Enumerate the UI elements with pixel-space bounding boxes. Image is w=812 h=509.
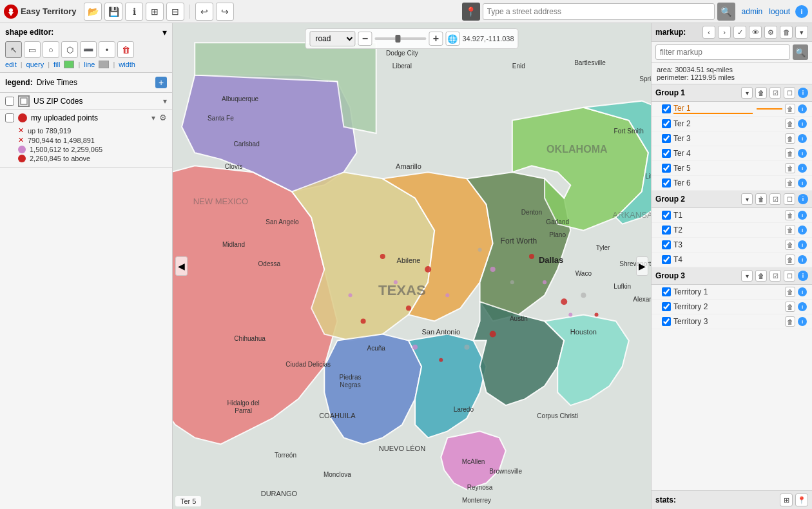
toggle-layer-button[interactable]: ⊟ [166, 3, 184, 21]
ter2-info[interactable]: i [798, 119, 807, 128]
group-2-view[interactable]: ☐ [784, 193, 795, 205]
admin-link[interactable]: admin [742, 7, 763, 16]
markup-view-button[interactable]: 👁 [749, 26, 762, 39]
t3-checkbox[interactable] [662, 240, 671, 249]
markup-prev-button[interactable]: ‹ [702, 26, 715, 39]
group-2-header[interactable]: Group 2 ▾ 🗑 ☑ ☐ i [652, 191, 812, 208]
territory3-info[interactable]: i [798, 317, 807, 326]
group-1-delete[interactable]: 🗑 [755, 87, 767, 99]
delete-tool[interactable]: 🗑 [117, 41, 134, 58]
stats-table-button[interactable]: ⊞ [780, 494, 793, 506]
query-link[interactable]: query [26, 61, 44, 68]
points-gear-icon[interactable]: ⚙ [159, 113, 167, 122]
t4-delete[interactable]: 🗑 [785, 254, 795, 265]
territory1-delete[interactable]: 🗑 [785, 287, 795, 297]
group-3-view[interactable]: ☐ [784, 270, 795, 282]
group-1-info[interactable]: i [798, 88, 808, 98]
group-2-delete[interactable]: 🗑 [755, 193, 767, 205]
poly-tool[interactable]: ⬡ [61, 41, 78, 58]
ter5-info[interactable]: i [798, 164, 807, 173]
markup-delete-button[interactable]: 🗑 [780, 26, 793, 39]
territory3-checkbox[interactable] [662, 317, 671, 326]
map-svg[interactable]: TEXAS OKLAHOMA ARKANSAS LOUIS... NEW MEX… [173, 23, 651, 509]
territory3-delete[interactable]: 🗑 [785, 316, 795, 327]
t4-checkbox[interactable] [662, 255, 671, 264]
line-color-swatch[interactable] [99, 61, 109, 68]
width-link[interactable]: width [119, 61, 135, 68]
map-type-select[interactable]: road satellite hybrid terrain [309, 31, 355, 46]
zoom-out-button[interactable]: − [358, 32, 372, 46]
globe-button[interactable]: 🌐 [445, 32, 459, 46]
group-2-info[interactable]: i [798, 194, 808, 204]
group-3-info[interactable]: i [798, 271, 808, 281]
zip-layer-checkbox[interactable] [5, 97, 14, 106]
group-1-check[interactable]: ☑ [769, 87, 781, 99]
ter6-info[interactable]: i [798, 178, 807, 187]
zip-layer-expand[interactable]: ▾ [163, 97, 167, 106]
t4-info[interactable]: i [798, 255, 807, 264]
shape-editor-collapse[interactable]: ▾ [162, 27, 167, 37]
ter1-delete[interactable]: 🗑 [785, 104, 795, 114]
rect-tool[interactable]: ▭ [24, 41, 41, 58]
group-3-header[interactable]: Group 3 ▾ 🗑 ☑ ☐ i [652, 267, 812, 285]
ter2-checkbox[interactable] [662, 119, 671, 128]
t1-delete[interactable]: 🗑 [785, 210, 795, 220]
zoom-in-button[interactable]: + [429, 32, 443, 46]
ter6-checkbox[interactable] [662, 178, 671, 187]
ter3-checkbox[interactable] [662, 134, 671, 143]
markup-settings-button[interactable]: ⚙ [764, 26, 777, 39]
edit-link[interactable]: edit [5, 61, 17, 68]
map-area[interactable]: road satellite hybrid terrain − + 🌐 34.9… [173, 23, 651, 509]
group-3-check[interactable]: ☑ [769, 270, 781, 282]
ter5-delete[interactable]: 🗑 [785, 163, 795, 173]
t1-checkbox[interactable] [662, 211, 671, 220]
territory1-checkbox[interactable] [662, 287, 671, 296]
t3-info[interactable]: i [798, 240, 807, 249]
group-2-check[interactable]: ☑ [769, 193, 781, 205]
markup-collapse-button[interactable]: ▾ [795, 26, 808, 39]
open-button[interactable]: 📂 [84, 3, 102, 21]
save-button[interactable]: 💾 [104, 3, 122, 21]
redo-button[interactable]: ↪ [216, 3, 234, 21]
t3-delete[interactable]: 🗑 [785, 240, 795, 250]
ter1-info[interactable]: i [798, 104, 807, 113]
address-search-button[interactable]: 🔍 [717, 3, 735, 21]
stats-pin-button[interactable]: 📍 [795, 494, 808, 506]
fill-link[interactable]: fill [53, 61, 60, 68]
circle-tool[interactable]: ○ [43, 41, 59, 58]
group-1-header[interactable]: Group 1 ▾ 🗑 ☑ ☐ i [652, 84, 812, 102]
legend-add-button[interactable]: + [155, 77, 167, 88]
fill-color-swatch[interactable] [64, 61, 74, 68]
t2-delete[interactable]: 🗑 [785, 225, 795, 235]
ter4-info[interactable]: i [798, 149, 807, 158]
select-tool[interactable]: ↖ [5, 41, 22, 58]
points-layer-checkbox[interactable] [5, 113, 14, 122]
ter5-checkbox[interactable] [662, 164, 671, 173]
territory2-info[interactable]: i [798, 302, 807, 311]
filter-search-button[interactable]: 🔍 [793, 44, 808, 60]
ter4-checkbox[interactable] [662, 149, 671, 158]
line-link[interactable]: line [84, 61, 95, 68]
ter3-delete[interactable]: 🗑 [785, 133, 795, 144]
t1-info[interactable]: i [798, 211, 807, 220]
ter1-checkbox[interactable] [662, 104, 671, 113]
group-2-collapse[interactable]: ▾ [741, 193, 753, 205]
ter6-delete[interactable]: 🗑 [785, 178, 795, 188]
help-button[interactable]: i [795, 5, 808, 18]
t2-info[interactable]: i [798, 226, 807, 235]
t2-checkbox[interactable] [662, 226, 671, 235]
add-layer-button[interactable]: ⊞ [146, 3, 164, 21]
group-3-collapse[interactable]: ▾ [741, 270, 753, 282]
undo-button[interactable]: ↩ [195, 3, 213, 21]
group-1-collapse[interactable]: ▾ [741, 87, 753, 99]
address-input[interactable] [483, 3, 715, 20]
point-tool[interactable]: • [99, 41, 115, 58]
group-1-view[interactable]: ☐ [784, 87, 795, 99]
ter3-info[interactable]: i [798, 134, 807, 143]
ter2-delete[interactable]: 🗑 [785, 119, 795, 129]
territory2-checkbox[interactable] [662, 302, 671, 311]
territory1-info[interactable]: i [798, 287, 807, 296]
map-nav-right[interactable]: ▶ [636, 256, 648, 276]
group-3-delete[interactable]: 🗑 [755, 270, 767, 282]
markup-check-button[interactable]: ✓ [733, 26, 746, 39]
